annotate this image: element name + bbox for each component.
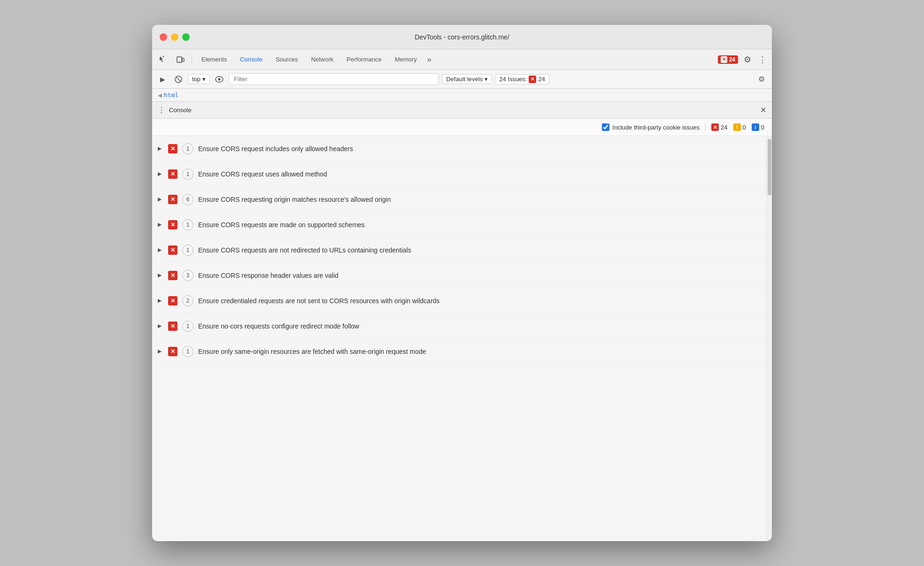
main-content: Include third-party cookie issues ✕ 24 !… xyxy=(152,119,772,541)
issue-expand-arrow: ▶ xyxy=(158,222,163,228)
issues-area: ▶ ✕ 1 Ensure CORS request includes only … xyxy=(152,136,772,541)
issue-error-icon: ✕ xyxy=(168,195,177,204)
titlebar: DevTools - cors-errors.glitch.me/ xyxy=(152,25,772,49)
issue-error-icon: ✕ xyxy=(168,271,177,280)
tab-performance[interactable]: Performance xyxy=(341,53,387,66)
warning-count: ! 0 xyxy=(733,123,746,131)
issue-text: Ensure credentialed requests are not sen… xyxy=(198,297,439,305)
device-mode-button[interactable] xyxy=(173,52,188,67)
console-settings-button[interactable]: ⚙ xyxy=(755,73,768,86)
issue-row[interactable]: ▶ ✕ 6 Ensure CORS requesting origin matc… xyxy=(152,187,766,212)
issue-expand-arrow: ▶ xyxy=(158,272,163,278)
issue-error-icon: ✕ xyxy=(168,220,177,229)
svg-point-4 xyxy=(179,61,180,62)
issues-list: ▶ ✕ 1 Ensure CORS request includes only … xyxy=(152,136,766,541)
issue-row[interactable]: ▶ ✕ 3 Ensure CORS response header values… xyxy=(152,263,766,288)
third-party-cookie-checkbox-label[interactable]: Include third-party cookie issues xyxy=(602,123,700,131)
maximize-button[interactable] xyxy=(182,33,190,41)
svg-rect-1 xyxy=(160,59,161,60)
issue-count-badge: 1 xyxy=(182,168,193,180)
issue-text: Ensure CORS request uses allowed method xyxy=(198,170,327,178)
console-panel-header: ⋮ Console ✕ xyxy=(152,102,772,119)
issues-filter-bar: Include third-party cookie issues ✕ 24 !… xyxy=(152,119,772,136)
block-icon[interactable] xyxy=(172,73,185,86)
issues-badge[interactable]: 24 Issues: ✕ 24 xyxy=(495,74,549,84)
info-count-icon: i xyxy=(752,123,759,131)
issue-count-badge: 1 xyxy=(182,143,193,154)
close-button[interactable] xyxy=(160,33,167,41)
issue-text: Ensure CORS response header values are v… xyxy=(198,272,339,279)
error-icon: ✕ xyxy=(721,56,727,63)
tab-console[interactable]: Console xyxy=(234,53,268,66)
console-toolbar: ▶ top ▾ Default levels ▾ 24 Issues: ✕ 24 xyxy=(152,70,772,89)
third-party-cookie-checkbox[interactable] xyxy=(602,123,609,131)
issue-error-icon: ✕ xyxy=(168,347,177,356)
issue-count-badge: 1 xyxy=(182,219,193,230)
tab-memory[interactable]: Memory xyxy=(389,53,423,66)
tab-elements[interactable]: Elements xyxy=(196,53,232,66)
breadcrumb: ◀ html xyxy=(152,89,772,102)
issue-count-badge: 1 xyxy=(182,321,193,332)
issue-text: Ensure no-cors requests configure redire… xyxy=(198,322,359,330)
issue-count-badge: 1 xyxy=(182,346,193,357)
more-options-button[interactable]: ⋮ xyxy=(757,52,768,67)
panel-menu-icon[interactable]: ⋮ xyxy=(158,106,165,115)
issue-row[interactable]: ▶ ✕ 1 Ensure CORS request includes only … xyxy=(152,136,766,161)
issue-count-badge: 3 xyxy=(182,270,193,281)
issue-text: Ensure CORS request includes only allowe… xyxy=(198,145,353,153)
filter-input[interactable] xyxy=(229,73,439,85)
breadcrumb-html[interactable]: html xyxy=(164,92,178,99)
issue-expand-arrow: ▶ xyxy=(158,348,163,354)
issue-error-icon: ✕ xyxy=(168,321,177,331)
issue-error-icon: ✕ xyxy=(168,296,177,306)
tab-network[interactable]: Network xyxy=(306,53,339,66)
issue-row[interactable]: ▶ ✕ 1 Ensure CORS requests are not redir… xyxy=(152,237,766,263)
toolbar-separator xyxy=(192,54,192,65)
issue-text: Ensure CORS requests are made on support… xyxy=(198,221,365,229)
scrollbar[interactable] xyxy=(766,136,772,541)
svg-rect-0 xyxy=(163,56,164,57)
issue-count-badge: 1 xyxy=(182,245,193,256)
eye-button[interactable] xyxy=(213,73,226,86)
svg-point-8 xyxy=(218,78,221,80)
tab-sources[interactable]: Sources xyxy=(270,53,304,66)
issue-error-icon: ✕ xyxy=(168,169,177,179)
traffic-lights xyxy=(160,33,190,41)
main-toolbar: Elements Console Sources Network Perform… xyxy=(152,49,772,70)
issue-error-icon: ✕ xyxy=(168,144,177,153)
inspect-element-button[interactable] xyxy=(156,52,171,67)
issue-row[interactable]: ▶ ✕ 1 Ensure CORS requests are made on s… xyxy=(152,212,766,237)
issue-text: Ensure CORS requests are not redirected … xyxy=(198,246,411,254)
issue-expand-arrow: ▶ xyxy=(158,247,163,253)
svg-rect-3 xyxy=(182,58,184,61)
issue-count-badge: 6 xyxy=(182,194,193,205)
run-script-button[interactable]: ▶ xyxy=(156,73,169,86)
panel-close-button[interactable]: ✕ xyxy=(760,106,766,115)
error-count-icon: ✕ xyxy=(711,123,719,131)
warning-count-icon: ! xyxy=(733,123,741,131)
issue-row[interactable]: ▶ ✕ 2 Ensure credentialed requests are n… xyxy=(152,288,766,314)
issue-expand-arrow: ▶ xyxy=(158,145,163,152)
error-count-badge[interactable]: ✕ 24 xyxy=(718,55,738,64)
issue-error-icon: ✕ xyxy=(168,245,177,255)
issue-row[interactable]: ▶ ✕ 1 Ensure only same-origin resources … xyxy=(152,339,766,364)
issue-expand-arrow: ▶ xyxy=(158,298,163,304)
info-count: i 0 xyxy=(752,123,764,131)
error-count: ✕ 24 xyxy=(711,123,727,131)
devtools-window: DevTools - cors-errors.glitch.me/ Elemen… xyxy=(152,25,772,541)
issue-row[interactable]: ▶ ✕ 1 Ensure CORS request uses allowed m… xyxy=(152,161,766,187)
issue-text: Ensure CORS requesting origin matches re… xyxy=(198,196,391,203)
breadcrumb-arrow: ◀ xyxy=(158,92,162,99)
log-levels-button[interactable]: Default levels ▾ xyxy=(442,74,492,84)
filter-separator xyxy=(705,122,706,132)
context-selector[interactable]: top ▾ xyxy=(188,74,210,84)
scrollbar-thumb[interactable] xyxy=(768,139,771,195)
issue-expand-arrow: ▶ xyxy=(158,196,163,202)
issues-error-icon: ✕ xyxy=(529,76,536,83)
issue-expand-arrow: ▶ xyxy=(158,323,163,329)
issue-row[interactable]: ▶ ✕ 1 Ensure no-cors requests configure … xyxy=(152,314,766,339)
more-tabs-button[interactable]: » xyxy=(424,54,434,66)
settings-button[interactable]: ⚙ xyxy=(740,52,755,67)
panel-title: Console xyxy=(169,107,192,114)
minimize-button[interactable] xyxy=(171,33,178,41)
